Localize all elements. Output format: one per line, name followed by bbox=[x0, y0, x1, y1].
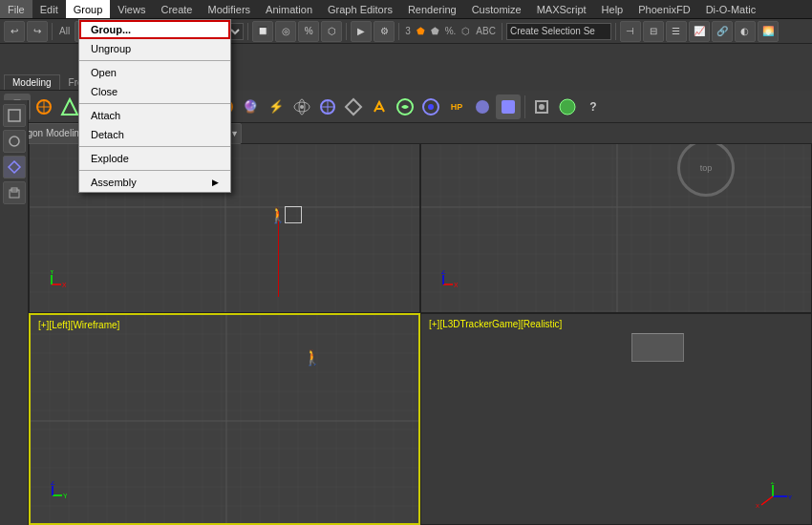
tb2-icon-13[interactable] bbox=[315, 94, 340, 119]
menu-separator-3 bbox=[79, 146, 230, 147]
menu-group-attach[interactable]: Attach bbox=[79, 106, 230, 125]
render-button[interactable]: ▶ bbox=[351, 21, 372, 42]
tb2-icon-2[interactable] bbox=[32, 94, 56, 119]
tb2-icon-16[interactable] bbox=[393, 94, 417, 119]
angle-snap-button[interactable]: ◎ bbox=[275, 21, 296, 42]
tb2-icon-11[interactable]: ⚡ bbox=[264, 94, 288, 119]
tb2-icon-10[interactable]: 🔮 bbox=[238, 94, 263, 119]
grid-left bbox=[31, 315, 420, 526]
object-box bbox=[285, 206, 302, 223]
menu-group-close[interactable]: Close bbox=[79, 82, 230, 101]
viewport-left[interactable]: [+][Left][Wireframe] 🚶 Y Z bbox=[29, 313, 420, 526]
menu-create[interactable]: Create bbox=[153, 0, 200, 18]
figure-left: 🚶 bbox=[303, 348, 322, 367]
tb2-icon-21[interactable] bbox=[555, 94, 580, 119]
schematic-button[interactable]: 🔗 bbox=[712, 21, 733, 42]
menu-modifiers[interactable]: Modifiers bbox=[200, 0, 258, 18]
svg-line-38 bbox=[761, 496, 773, 505]
spinner-snap-button[interactable]: ⬡ bbox=[321, 21, 342, 42]
group-attach-label: Attach bbox=[91, 110, 120, 121]
sidebar-btn-2[interactable] bbox=[3, 130, 26, 153]
viewport-realistic[interactable]: [+][L3DTrackerGame][Realistic] Y Z X bbox=[420, 313, 812, 526]
tb2-icon-20[interactable] bbox=[529, 94, 554, 119]
tb2-icon-19[interactable] bbox=[496, 94, 521, 119]
menu-help[interactable]: Help bbox=[594, 0, 631, 18]
render-enviro-button[interactable]: 🌅 bbox=[758, 21, 779, 42]
svg-text:X: X bbox=[454, 282, 458, 288]
menu-separator-1 bbox=[79, 60, 230, 61]
snap-button[interactable]: 🔲 bbox=[252, 21, 273, 42]
menu-group-explode[interactable]: Explode bbox=[79, 149, 230, 168]
menu-group[interactable]: Group bbox=[66, 0, 111, 18]
tb2-icon-hp[interactable]: HP bbox=[444, 94, 469, 119]
separator6 bbox=[502, 23, 502, 40]
menu-di-o-matic[interactable]: Di-O-Matic bbox=[698, 0, 764, 18]
svg-point-21 bbox=[10, 136, 19, 146]
assembly-submenu-arrow: ▶ bbox=[212, 178, 219, 187]
group-detach-label: Detach bbox=[91, 129, 124, 140]
separator4 bbox=[346, 23, 347, 40]
menu-file[interactable]: File bbox=[0, 0, 32, 18]
group-open-label: Open bbox=[91, 67, 117, 78]
axes-top: X Y bbox=[37, 270, 66, 301]
svg-point-15 bbox=[476, 100, 489, 114]
menu-group-open[interactable]: Open bbox=[79, 63, 230, 82]
axes-front: X Z bbox=[429, 270, 458, 301]
svg-point-18 bbox=[539, 104, 545, 110]
sidebar-btn-1[interactable] bbox=[3, 104, 26, 127]
group-explode-label: Explode bbox=[91, 153, 129, 164]
undo-button[interactable]: ↩ bbox=[4, 21, 25, 42]
tb2-icon-15[interactable] bbox=[367, 94, 392, 119]
tb2-icon-18[interactable] bbox=[470, 94, 495, 119]
svg-point-14 bbox=[428, 104, 434, 110]
menu-customize[interactable]: Customize bbox=[464, 0, 529, 18]
menu-group-ungroup[interactable]: Ungroup bbox=[79, 39, 230, 58]
render-setup-button[interactable]: ⚙ bbox=[374, 21, 395, 42]
svg-text:Z: Z bbox=[441, 270, 446, 275]
tb2-icon-17[interactable] bbox=[418, 94, 443, 119]
menu-group-group[interactable]: Group... bbox=[79, 20, 230, 39]
material-editor-button[interactable]: ◐ bbox=[735, 21, 756, 42]
svg-text:Y: Y bbox=[63, 493, 67, 499]
menu-separator-2 bbox=[79, 103, 230, 104]
svg-text:X: X bbox=[756, 503, 759, 509]
viewport-realistic-label: [+][L3DTrackerGame][Realistic] bbox=[429, 319, 562, 329]
sidebar-btn-3[interactable] bbox=[3, 156, 26, 178]
menu-maxscript[interactable]: MAXScript bbox=[529, 0, 594, 18]
menu-phoenixfd[interactable]: PhoenixFD bbox=[630, 0, 697, 18]
align-button[interactable]: ⊟ bbox=[643, 21, 664, 42]
tab-modeling[interactable]: Modeling bbox=[4, 74, 60, 90]
curve-editor-button[interactable]: 📈 bbox=[689, 21, 710, 42]
circle-gizmo: top bbox=[677, 139, 735, 197]
svg-text:X: X bbox=[62, 282, 66, 288]
svg-text:Y: Y bbox=[788, 494, 792, 500]
menu-graph-editors[interactable]: Graph Editors bbox=[320, 0, 400, 18]
separator7 bbox=[615, 23, 616, 40]
percent-snap-button[interactable]: % bbox=[298, 21, 319, 42]
tb2-icon-12[interactable] bbox=[289, 94, 314, 119]
axes-left: Y Z bbox=[38, 481, 67, 512]
menu-views[interactable]: Views bbox=[110, 0, 153, 18]
realistic-box bbox=[631, 333, 684, 362]
svg-text:Z: Z bbox=[51, 481, 55, 486]
group-assembly-label: Assembly bbox=[91, 177, 137, 188]
tb2-icon-14[interactable] bbox=[341, 94, 366, 119]
group-close-label: Close bbox=[91, 86, 118, 97]
tb2-icon-help[interactable]: ? bbox=[581, 94, 606, 119]
svg-point-10 bbox=[300, 105, 304, 109]
sidebar-btn-4[interactable] bbox=[3, 181, 26, 204]
mirror-button[interactable]: ⊣ bbox=[620, 21, 641, 42]
separator-tb2 bbox=[524, 95, 525, 118]
menu-rendering[interactable]: Rendering bbox=[400, 0, 464, 18]
menu-animation[interactable]: Animation bbox=[258, 0, 320, 18]
separator5 bbox=[398, 23, 399, 40]
selection-set-input[interactable] bbox=[506, 23, 611, 40]
menu-group-assembly[interactable]: Assembly ▶ bbox=[79, 173, 230, 192]
svg-rect-16 bbox=[502, 100, 515, 114]
left-sidebar bbox=[0, 100, 29, 525]
menu-group-detach[interactable]: Detach bbox=[79, 125, 230, 144]
separator bbox=[52, 23, 53, 40]
menu-edit[interactable]: Edit bbox=[32, 0, 66, 18]
layer-button[interactable]: ☰ bbox=[666, 21, 687, 42]
redo-button[interactable]: ↪ bbox=[27, 21, 48, 42]
